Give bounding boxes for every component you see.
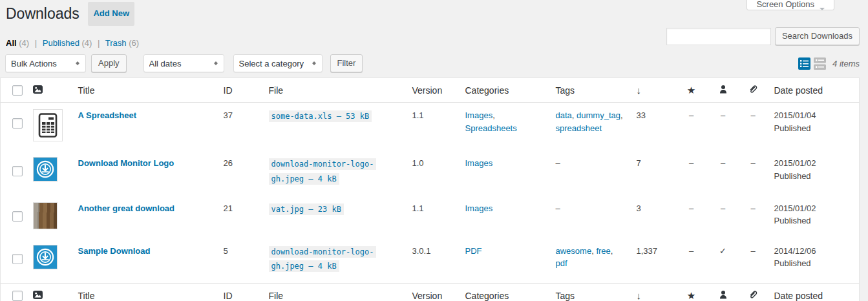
tag-link[interactable]: dummy_tag	[577, 110, 620, 120]
footer-title[interactable]: Title	[72, 284, 217, 301]
row-date-cell: 2015/01/04 Published	[768, 103, 860, 151]
table-header: Title ID File Version Categories Tags ↓ …	[1, 78, 860, 103]
row-title-cell: A Spreadsheet	[72, 103, 217, 151]
select-all-checkbox[interactable]	[12, 85, 23, 96]
view-switch	[795, 57, 826, 70]
filter-all[interactable]: All (4)	[6, 38, 29, 48]
row-date-cell: 2015/01/02 Published	[768, 196, 860, 238]
row-id-cell: 37	[217, 103, 262, 151]
download-title-link[interactable]: Sample Download	[78, 246, 151, 256]
categorie-link[interactable]: Images	[465, 158, 493, 168]
row-version-cell: 1.1	[406, 196, 459, 238]
row-redirect-cell: –	[739, 103, 768, 151]
tag-link[interactable]: free	[596, 246, 610, 256]
table-row: Sample Download 5 download-monitor-logo-…	[1, 238, 860, 284]
categorie-link[interactable]: Images	[465, 203, 493, 213]
row-checkbox[interactable]	[12, 166, 23, 176]
footer-file: File	[262, 284, 406, 301]
header-categories: Categories	[459, 78, 549, 103]
row-thumbnail[interactable]	[33, 109, 63, 141]
row-checkbox[interactable]	[12, 118, 23, 129]
excerpt-view-icon[interactable]	[814, 57, 826, 70]
filter-button[interactable]: Filter	[330, 54, 363, 72]
downloads-admin-page: Screen Options Downloads Add New Search …	[0, 0, 868, 301]
footer-version: Version	[406, 284, 459, 301]
add-new-button[interactable]: Add New	[88, 2, 134, 26]
row-date-cell: 2014/12/06 Published	[768, 238, 860, 284]
footer-tags: Tags	[549, 284, 630, 301]
categorie-link[interactable]: Images	[465, 110, 493, 120]
header-version: Version	[406, 78, 459, 103]
tag-link[interactable]: data	[556, 110, 572, 120]
row-redirect-cell: –	[739, 150, 768, 196]
row-checkbox[interactable]	[12, 211, 23, 222]
header-date-posted[interactable]: Date posted	[768, 78, 860, 103]
categorie-link[interactable]: Spreadsheets	[465, 123, 517, 133]
row-featured-cell: –	[675, 238, 708, 284]
categorie-link[interactable]: PDF	[465, 246, 482, 256]
download-title-link[interactable]: Download Monitor Logo	[78, 158, 175, 168]
file-name: vat.jpg – 23 kB	[269, 203, 344, 215]
download-arrow-icon: ↓	[637, 290, 642, 301]
row-title-cell: Another great download	[72, 196, 217, 238]
row-tags-cell: –	[549, 150, 630, 196]
footer-featured[interactable]: ★	[675, 284, 708, 301]
row-id-cell: 26	[217, 150, 262, 196]
download-title-link[interactable]: Another great download	[78, 203, 175, 213]
row-thumbnail[interactable]	[33, 202, 58, 229]
footer-download-count[interactable]: ↓	[630, 284, 675, 301]
footer-members-only[interactable]	[708, 284, 739, 301]
tag-link[interactable]: awesome	[556, 246, 592, 256]
header-members-only[interactable]	[708, 78, 739, 103]
row-featured-cell: –	[675, 150, 708, 196]
row-tags-cell: –	[549, 196, 630, 238]
header-featured[interactable]: ★	[675, 78, 708, 103]
footer-date-posted[interactable]: Date posted	[768, 284, 860, 301]
footer-id[interactable]: ID	[217, 284, 262, 301]
row-thumbnail[interactable]	[33, 245, 58, 269]
row-checkbox[interactable]	[12, 254, 23, 264]
member-icon	[719, 290, 728, 300]
download-title-link[interactable]: A Spreadsheet	[78, 110, 137, 120]
row-members-cell: –	[708, 150, 739, 196]
category-select[interactable]: Select a category	[233, 54, 323, 72]
filter-published[interactable]: Published (4)	[43, 38, 92, 48]
row-redirect-cell: –	[739, 238, 768, 284]
download-monitor-logo-icon	[34, 245, 57, 269]
header-checkbox-cell	[1, 78, 26, 103]
status-published: Published	[774, 257, 853, 270]
screen-options-label: Screen Options	[756, 0, 814, 9]
status-published: Published	[774, 170, 853, 183]
select-all-checkbox[interactable]	[12, 291, 23, 301]
screen-options-tab[interactable]: Screen Options	[746, 0, 834, 10]
tag-link[interactable]: spreadsheet	[556, 123, 602, 133]
row-file-cell: some-data.xls – 53 kB	[262, 103, 406, 151]
page-title: Downloads	[6, 5, 79, 22]
row-version-cell: 3.0.1	[406, 238, 459, 284]
view-switch-group: 4 items	[795, 57, 860, 70]
search-downloads-button[interactable]: Search Downloads	[775, 27, 860, 45]
row-thumb-cell	[26, 238, 72, 284]
tag-link[interactable]: pdf	[556, 258, 567, 268]
footer-checkbox-cell	[1, 284, 26, 301]
row-thumbnail[interactable]	[33, 157, 58, 182]
header-title[interactable]: Title	[72, 78, 217, 103]
member-icon	[719, 85, 728, 94]
footer-redirect[interactable]	[739, 284, 768, 301]
row-checkbox-cell	[1, 150, 26, 196]
search-input[interactable]	[666, 28, 771, 45]
row-checkbox-cell	[1, 196, 26, 238]
list-view-icon[interactable]	[798, 57, 810, 70]
apply-button[interactable]: Apply	[91, 54, 127, 72]
all-dates-select[interactable]: All dates	[143, 54, 224, 72]
row-date-cell: 2015/01/02 Published	[768, 150, 860, 196]
header-redirect[interactable]	[739, 78, 768, 103]
table-row: Another great download 21 vat.jpg – 23 k…	[1, 196, 860, 238]
category-select-wrap: Select a category	[233, 54, 323, 72]
row-version-cell: 1.1	[406, 103, 459, 151]
header-download-count[interactable]: ↓	[630, 78, 675, 103]
row-download-count-cell: 33	[630, 103, 675, 151]
header-id[interactable]: ID	[217, 78, 262, 103]
bulk-actions-select[interactable]: Bulk Actions	[5, 54, 86, 72]
filter-trash[interactable]: Trash (6)	[105, 38, 139, 48]
